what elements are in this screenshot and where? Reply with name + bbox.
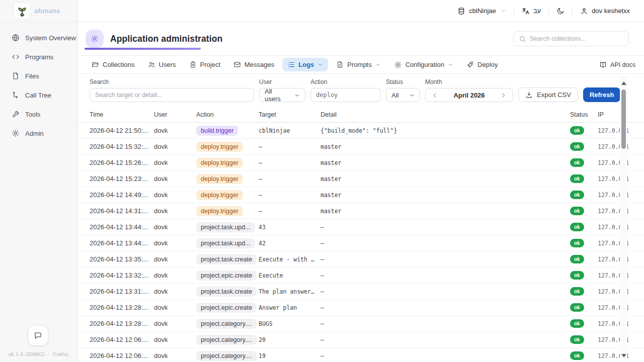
export-csv-button[interactable]: Export CSV [518,87,578,102]
log-detail: master [320,187,570,203]
scroll-down-arrow[interactable] [620,352,627,359]
log-target: BUGS [259,316,320,332]
file-icon [12,72,20,80]
log-time: 2026-04-12 13:31:... [78,284,154,300]
tab-logs[interactable]: Logs [282,58,328,71]
scroll-up-arrow[interactable] [620,79,627,86]
tab-configuration[interactable]: Configuration [389,58,458,72]
tab-deploy[interactable]: Deploy [461,58,503,71]
scrollbar-thumb[interactable] [621,89,626,149]
log-time: 2026-04-12 14:31:... [78,203,154,219]
log-user: dovk [154,251,196,267]
status-badge: ok [570,174,584,183]
sidebar-item-admin[interactable]: Admin [0,124,77,143]
sidebar-item-system-overview[interactable]: System Overview [0,28,77,47]
log-target: – [259,139,320,155]
action-filter-label: Action [310,78,381,85]
feedback-chat-button[interactable] [28,326,48,345]
log-detail: master [320,203,570,219]
user-filter-label: User [259,78,305,85]
language-toggle[interactable]: עב [522,7,541,15]
api-docs-label: API docs [610,61,635,68]
log-detail: — [320,348,570,362]
sidebar-item-programs[interactable]: Programs [0,47,77,66]
log-time: 2026-04-12 13:35:... [78,251,154,267]
status-badge: ok [570,126,584,135]
table-row: 2026-04-12 12:06:... dovk project.catego… [78,348,644,362]
log-time: 2026-04-12 21:50:... [78,123,154,139]
table-row: 2026-04-12 13:32:... dovk project.epic.c… [78,267,644,284]
user-name: dov keshetxx [592,7,630,15]
log-detail: — [320,267,570,284]
col-time: Time [78,109,154,123]
list-icon [287,61,295,68]
tab-collections[interactable]: Collections [87,58,140,71]
log-user: dovk [154,187,196,203]
col-action: Action [196,109,259,123]
table-row: 2026-04-12 13:28:... dovk project.epic.c… [78,300,644,316]
translate-icon [522,7,530,15]
wrench-icon [12,110,20,118]
tab-label: Logs [298,61,314,68]
sidebar-item-tools[interactable]: Tools [0,105,77,124]
log-user: dovk [154,123,196,139]
tab-prompts[interactable]: Prompts [331,58,385,71]
doc-icon [336,61,344,68]
log-target: cblNinjae [259,123,320,139]
status-select[interactable]: All [386,88,420,102]
tab-label: Prompts [347,61,371,68]
log-target: 42 [259,235,320,251]
log-time: 2026-04-12 13:32:... [78,267,154,284]
log-time: 2026-04-12 15:32:... [78,139,154,155]
action-badge: project.task.upd... [196,238,255,248]
dark-mode-toggle[interactable] [556,7,565,15]
table-header-row: Time User Action Target Detail Status IP [78,109,644,123]
table-row: 2026-04-12 13:44:... dovk project.task.u… [78,235,644,251]
db-selector[interactable]: cblNinjae [457,7,506,15]
log-time: 2026-04-12 12:06:... [78,332,154,348]
collections-search-input[interactable] [530,35,623,42]
sidebar-item-call-tree[interactable]: Call Tree [0,85,77,105]
rocket-icon [466,61,474,68]
user-menu[interactable]: dov keshetxx [580,7,630,15]
book-icon [599,61,607,68]
log-user: dovk [154,332,196,348]
month-prev-button[interactable] [432,92,438,99]
status-badge: ok [570,255,584,263]
action-badge: deploy.trigger [196,206,243,216]
tab-messages[interactable]: Messages [228,58,279,71]
log-time: 2026-04-12 14:49:... [78,187,154,203]
log-detail: — [320,219,570,235]
log-user: dovk [154,348,196,362]
language-label: עב [533,7,541,15]
month-next-button[interactable] [500,92,507,99]
export-csv-label: Export CSV [537,91,571,99]
log-target: – [259,171,320,187]
search-filter-input[interactable] [95,92,249,99]
action-badge: deploy.trigger [196,142,243,152]
tab-project[interactable]: Project [184,58,225,71]
table-row: 2026-04-12 15:32:... dovk deploy.trigger… [78,139,644,155]
table-row: 2026-04-12 13:44:... dovk project.task.u… [78,219,644,235]
user-select[interactable]: All users [259,88,305,102]
table-row: 2026-04-12 13:28:... dovk project.catego… [78,316,644,332]
log-target: The plan answer… [259,284,320,300]
tab-users[interactable]: Users [143,58,181,71]
globe-icon [12,34,20,42]
users-icon [148,61,155,68]
refresh-button[interactable]: Refresh [583,87,620,102]
sprout-logo-icon [14,3,30,19]
table-row: 2026-04-12 15:23:... dovk deploy.trigger… [78,171,644,187]
log-detail: master [320,171,570,187]
log-time: 2026-04-12 15:23:... [78,171,154,187]
sidebar-item-files[interactable]: Files [0,66,77,85]
table-row: 2026-04-12 14:31:... dovk deploy.trigger… [78,203,644,219]
version-label: v0.1.6-20260412 · f1a0fac [0,352,77,357]
title-underline [85,48,201,50]
log-detail: master [320,155,570,171]
action-filter-input[interactable] [316,92,375,99]
status-badge: ok [570,335,584,344]
api-docs-link[interactable]: API docs [599,61,635,68]
log-detail: — [320,316,570,332]
month-picker: April 2026 [425,88,513,102]
